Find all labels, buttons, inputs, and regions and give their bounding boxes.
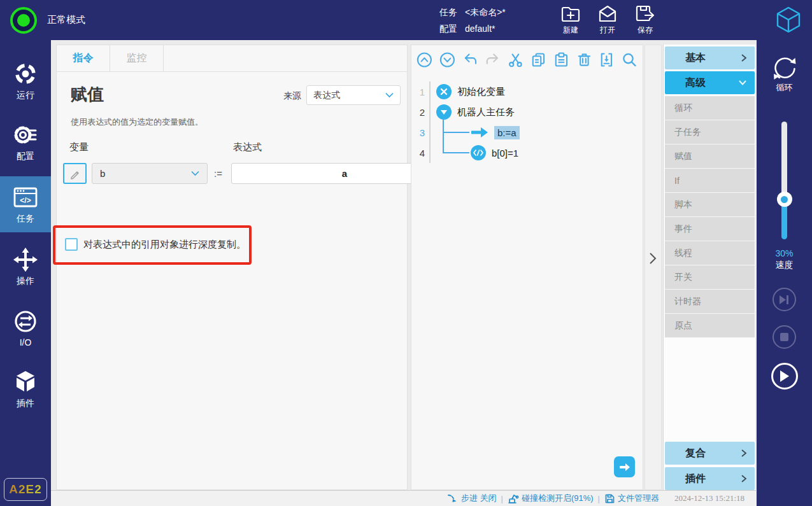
status-separator: | xyxy=(501,494,503,503)
sidebar-operate-label: 操作 xyxy=(17,276,34,287)
loop-mode-toggle[interactable]: 循环 xyxy=(771,55,799,94)
config-label: 配置 xyxy=(439,24,457,34)
move-down-button[interactable] xyxy=(439,51,456,69)
edit-variable-button[interactable] xyxy=(63,163,87,184)
mode-label: 正常模式 xyxy=(47,14,85,26)
program-tree: 1 2 3 4 初始化变量 机器人主任务 b:=a xyxy=(411,81,643,163)
delete-button[interactable] xyxy=(576,51,593,69)
sidebar-item-operate[interactable]: 操作 xyxy=(0,240,51,293)
speed-slider-thumb[interactable] xyxy=(777,192,792,207)
instruction-item-timer[interactable]: 计时器 xyxy=(665,290,755,314)
source-dropdown-value: 表达式 xyxy=(313,90,340,101)
chevron-down-icon xyxy=(385,92,394,98)
run-control-sidebar: 循环 30% 速度 xyxy=(757,40,812,506)
category-basic[interactable]: 基本 xyxy=(665,46,755,69)
tree-toolbar xyxy=(411,45,643,74)
instruction-item-origin[interactable]: 原点 xyxy=(665,314,755,338)
robot-model-badge[interactable]: A2E2 xyxy=(4,478,47,501)
chevron-right-icon xyxy=(741,474,747,483)
undo-button[interactable] xyxy=(462,51,479,69)
step-button[interactable] xyxy=(773,288,796,311)
play-button[interactable] xyxy=(771,363,798,390)
open-task-button[interactable]: 打开 xyxy=(597,4,618,36)
stop-button[interactable] xyxy=(773,325,796,349)
category-advanced[interactable]: 高级 xyxy=(665,71,755,94)
pencil-icon xyxy=(69,168,81,179)
step-mode-status[interactable]: 步进 关闭 xyxy=(448,493,497,504)
next-page-button[interactable] xyxy=(614,456,635,477)
instruction-item-loop[interactable]: 循环 xyxy=(665,96,755,120)
sidebar-item-task[interactable]: </> 任务 xyxy=(0,176,51,232)
instruction-description: 使用表达式的值为选定的变量赋值。 xyxy=(71,116,203,128)
brand-cube-icon xyxy=(774,5,803,34)
collapse-node-icon xyxy=(436,104,452,120)
tree-row-label: 机器人主任务 xyxy=(457,106,515,118)
variable-dropdown-value: b xyxy=(100,168,105,179)
expand-panel-chevron[interactable] xyxy=(649,252,657,265)
loop-label: 循环 xyxy=(776,82,793,94)
save-icon xyxy=(634,4,656,23)
task-config-info: 任务<未命名>* 配置default* xyxy=(439,4,506,37)
chevron-down-icon xyxy=(738,80,747,86)
category-composite-label: 复合 xyxy=(685,447,706,460)
category-composite[interactable]: 复合 xyxy=(665,442,755,465)
sidebar-item-plugin[interactable]: 插件 xyxy=(0,362,51,416)
plugin-cube-icon xyxy=(13,369,38,395)
open-task-label: 打开 xyxy=(600,25,615,36)
category-advanced-label: 高级 xyxy=(685,76,706,90)
code-node-icon xyxy=(471,145,486,160)
line-number: 2 xyxy=(411,102,429,122)
gear-icon xyxy=(13,122,38,148)
new-task-button[interactable]: 新建 xyxy=(560,4,581,36)
tab-monitor[interactable]: 监控 xyxy=(110,45,164,71)
category-plugin[interactable]: 插件 xyxy=(665,467,755,490)
collision-detection-status[interactable]: 碰撞检测开启(91%) xyxy=(508,493,594,504)
tree-row-label: 初始化变量 xyxy=(457,86,505,98)
instruction-item-assignment[interactable]: 赋值 xyxy=(665,144,755,169)
instruction-item-subtask[interactable]: 子任务 xyxy=(665,120,755,144)
tree-row-init-variables[interactable]: 初始化变量 xyxy=(431,81,643,102)
deep-copy-option-row: 对表达式中的引用对象进行深度复制。 xyxy=(65,238,246,251)
move-arrows-icon xyxy=(13,247,38,272)
tab-instruction[interactable]: 指令 xyxy=(57,45,110,71)
instruction-item-switch[interactable]: 开关 xyxy=(665,265,755,290)
source-label: 来源 xyxy=(283,90,301,102)
step-forward-icon xyxy=(780,295,789,304)
sidebar-item-config[interactable]: 配置 xyxy=(0,115,51,169)
copy-button[interactable] xyxy=(530,51,547,69)
cut-button[interactable] xyxy=(507,51,524,69)
robot-status-indicator[interactable] xyxy=(10,7,37,34)
arrow-right-icon xyxy=(619,463,630,472)
move-up-button[interactable] xyxy=(416,51,433,69)
status-separator: | xyxy=(598,494,600,503)
speed-slider[interactable] xyxy=(781,122,787,239)
advanced-instruction-list: 循环 子任务 赋值 If 脚本 事件 线程 开关 计时器 原点 xyxy=(665,96,755,338)
task-code-window-icon: </> xyxy=(12,185,39,210)
line-number: 3 xyxy=(411,122,429,143)
instruction-tabs: 指令 监控 xyxy=(57,45,407,72)
sidebar-run-label: 运行 xyxy=(17,90,34,101)
paste-button[interactable] xyxy=(553,51,570,69)
run-icon xyxy=(13,61,38,87)
instruction-item-if[interactable]: If xyxy=(665,169,755,193)
instruction-item-event[interactable]: 事件 xyxy=(665,217,755,241)
assign-operator: := xyxy=(214,168,222,179)
insert-collapse-button[interactable] xyxy=(598,51,615,69)
instruction-item-thread[interactable]: 线程 xyxy=(665,241,755,265)
sidebar-item-io[interactable]: I/O xyxy=(0,301,51,355)
collision-detection-label: 碰撞检测开启(91%) xyxy=(522,493,594,504)
sidebar-item-run[interactable]: 运行 xyxy=(0,54,51,108)
step-mode-label: 步进 关闭 xyxy=(461,493,497,504)
search-button[interactable] xyxy=(621,51,638,69)
left-nav-sidebar: 运行 配置 </> 任务 操作 I/O 插件 A2E2 xyxy=(0,40,51,506)
chevron-right-icon xyxy=(741,449,747,458)
source-dropdown[interactable]: 表达式 xyxy=(306,85,401,105)
deep-copy-checkbox[interactable] xyxy=(65,238,78,251)
redo-button[interactable] xyxy=(484,51,501,69)
save-task-button[interactable]: 保存 xyxy=(634,4,656,36)
collision-detection-icon xyxy=(508,493,519,504)
file-manager-status[interactable]: 文件管理器 xyxy=(604,493,659,504)
variable-dropdown[interactable]: b xyxy=(92,163,208,184)
instruction-item-script[interactable]: 脚本 xyxy=(665,193,755,217)
tree-row-main-task[interactable]: 机器人主任务 xyxy=(431,102,643,122)
